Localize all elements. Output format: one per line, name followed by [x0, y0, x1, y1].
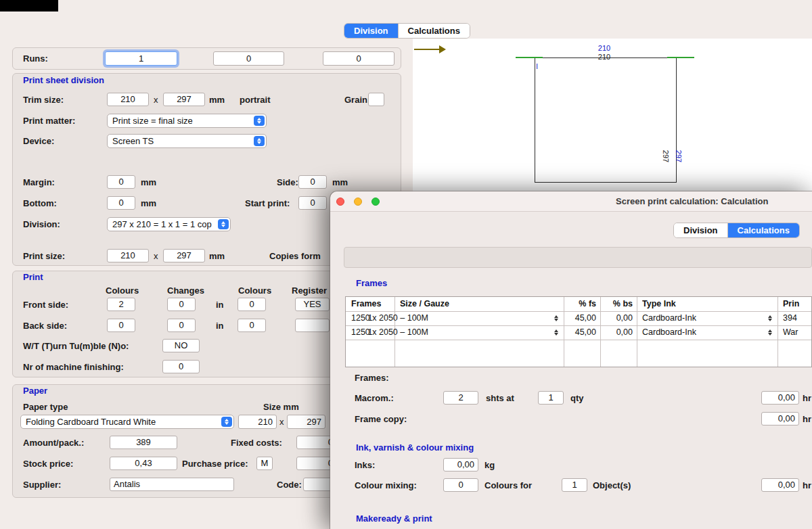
stock-price-label: Stock price: — [23, 459, 73, 469]
front-tab-division[interactable]: Division — [674, 223, 727, 237]
runs-field-1[interactable]: 1 — [105, 51, 177, 66]
back-in-label: in — [216, 321, 224, 331]
row2-size-gauze-cell[interactable]: 1250 x 2050 – 100M — [351, 325, 547, 340]
kg-label: kg — [484, 460, 495, 470]
dropdown-stepper-icon[interactable] — [254, 136, 265, 146]
paper-type-header: Paper type — [23, 402, 68, 412]
trim-unit-label: mm — [209, 95, 225, 105]
makeready-section-title: Makeready & print — [356, 513, 432, 524]
frames-label: Frames: — [355, 373, 389, 383]
division-value: 297 x 210 = 1 x 1 = 1 cop — [112, 219, 212, 229]
col-header-type-ink: Type Ink — [642, 297, 771, 311]
paper-type-value: Folding Cardboard Trucard White — [26, 417, 156, 427]
grain-field[interactable] — [368, 93, 384, 106]
macrom-hours-field[interactable]: 0,00 — [761, 391, 799, 405]
runs-field-2[interactable]: 0 — [213, 51, 284, 66]
macrom-qty-field[interactable]: 1 — [538, 391, 564, 405]
front-tabset: Division Calculations — [673, 223, 800, 238]
row2-fs-cell[interactable]: 45,00 — [565, 325, 596, 340]
paper-size-width-field[interactable]: 210 — [238, 415, 277, 429]
front-in-label: in — [216, 300, 224, 310]
empty-toolbar — [344, 247, 812, 268]
turn-tumble-field[interactable]: NO — [162, 339, 200, 352]
paper-type-dropdown[interactable]: Folding Cardboard Trucard White — [20, 415, 234, 429]
front-colours-field[interactable]: 2 — [107, 298, 135, 311]
row1-print-cell[interactable]: 394 — [783, 311, 812, 325]
runs-field-3[interactable]: 0 — [323, 51, 394, 66]
dropdown-stepper-icon[interactable] — [221, 417, 232, 427]
front-tab-calculations[interactable]: Calculations — [727, 223, 799, 237]
start-print-field[interactable]: 0 — [298, 196, 327, 210]
frame-copy-hours-field[interactable]: 0,00 — [761, 412, 799, 426]
margin-field[interactable]: 0 — [107, 175, 135, 189]
mixing-hours-field[interactable]: 0,00 — [761, 478, 799, 492]
zoom-button[interactable] — [371, 198, 380, 206]
row2-bs-cell[interactable]: 0,00 — [602, 325, 633, 340]
trim-size-label: Trim size: — [23, 95, 64, 105]
sheet-rectangle — [535, 58, 677, 183]
print-size-unit-label: mm — [209, 251, 225, 261]
dropdown-stepper-icon[interactable] — [218, 219, 229, 229]
stock-price-field[interactable]: 0,43 — [110, 457, 177, 470]
side-label: Side: — [277, 177, 298, 187]
print-group-title: Print — [23, 272, 43, 282]
trim-height-field[interactable]: 297 — [163, 93, 205, 106]
colour-mixing-label: Colour mixing: — [355, 480, 417, 490]
ink-section-title: Ink, varnish & colour mixing — [356, 442, 474, 453]
front-window-titlebar[interactable]: Screen print calculation: Calculation — [330, 191, 812, 212]
division-dropdown[interactable]: 297 x 210 = 1 x 1 = 1 cop — [107, 217, 231, 231]
supplier-label: Supplier: — [23, 480, 61, 490]
stepper-icon[interactable] — [553, 328, 560, 337]
close-button[interactable] — [336, 198, 344, 206]
changes-header: Changes — [167, 285, 204, 296]
back-colours-field[interactable]: 0 — [107, 319, 135, 332]
back-colours2-field[interactable]: 0 — [238, 319, 266, 332]
side-field[interactable]: 0 — [298, 175, 327, 189]
bottom-label: Bottom: — [23, 198, 57, 208]
register-header: Register — [292, 285, 327, 296]
machine-finishing-field[interactable]: 0 — [162, 360, 200, 373]
objects-field[interactable]: 1 — [562, 478, 587, 492]
tab-division[interactable]: Division — [344, 24, 398, 38]
paper-size-height-field[interactable]: 297 — [287, 415, 325, 429]
front-register-field[interactable]: YES — [295, 298, 330, 311]
row2-type-ink-cell[interactable]: Cardboard-Ink — [642, 325, 764, 340]
bottom-field[interactable]: 0 — [107, 196, 135, 210]
menubar-fragment — [0, 0, 58, 12]
machine-finishing-label: Nr of machine finishing: — [23, 362, 124, 372]
colour-mixing-field[interactable]: 0 — [443, 478, 478, 492]
minimize-button[interactable] — [354, 198, 362, 206]
print-size-width-field[interactable]: 210 — [107, 249, 149, 262]
trim-width-field[interactable]: 210 — [107, 93, 149, 106]
row2-print-cell[interactable]: War — [783, 325, 812, 340]
row1-bs-cell[interactable]: 0,00 — [602, 311, 633, 325]
right-dim-blue: 297 — [675, 146, 683, 166]
macrom-field[interactable]: 2 — [443, 391, 478, 405]
top-dim-blue: 210 — [591, 44, 618, 52]
stepper-icon[interactable] — [767, 328, 773, 337]
size-mm-header: Size mm — [263, 402, 299, 412]
supplier-field[interactable]: Antalis — [110, 478, 234, 491]
dropdown-stepper-icon[interactable] — [254, 116, 265, 126]
print-matter-dropdown[interactable]: Print size = final size — [107, 114, 267, 128]
frames-section-title: Frames — [356, 278, 387, 288]
copies-form-label: Copies form — [269, 251, 321, 261]
shts-at-label: shts at — [486, 393, 514, 403]
inks-field[interactable]: 0,00 — [443, 458, 478, 472]
stepper-icon[interactable] — [767, 314, 773, 323]
device-dropdown[interactable]: Screen TS — [107, 134, 267, 148]
row1-size-gauze-cell[interactable]: 1250 x 2050 – 100M — [351, 311, 547, 325]
front-changes-field[interactable]: 0 — [167, 298, 196, 311]
row1-type-ink-cell[interactable]: Cardboard-Ink — [642, 311, 764, 325]
back-changes-field[interactable]: 0 — [167, 319, 196, 332]
col-header-fs: % fs — [565, 297, 596, 311]
purchase-mode-field[interactable]: M — [256, 457, 273, 470]
back-register-field[interactable] — [295, 319, 330, 332]
print-size-height-field[interactable]: 297 — [163, 249, 205, 262]
front-colours2-field[interactable]: 0 — [238, 298, 266, 311]
tab-calculations[interactable]: Calculations — [398, 24, 470, 38]
amount-pack-field[interactable]: 389 — [110, 436, 177, 449]
row1-fs-cell[interactable]: 45,00 — [565, 311, 596, 325]
grain-label: Grain: — [344, 95, 370, 105]
stepper-icon[interactable] — [553, 314, 560, 323]
